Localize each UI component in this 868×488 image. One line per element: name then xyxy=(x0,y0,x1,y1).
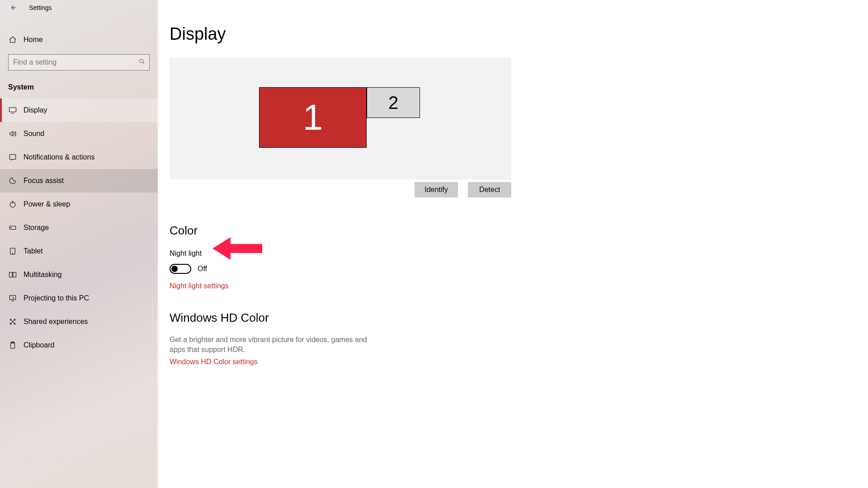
sidebar-item-label: Storage xyxy=(24,224,49,232)
sidebar-item-display[interactable]: Display xyxy=(0,99,158,122)
sound-icon xyxy=(8,129,17,138)
sidebar-item-storage[interactable]: Storage xyxy=(0,216,158,239)
sidebar-item-label: Sound xyxy=(24,130,44,138)
night-light-state: Off xyxy=(198,265,207,273)
sidebar: Settings Home System Display Sound Notif… xyxy=(0,0,158,488)
sidebar-item-clipboard[interactable]: Clipboard xyxy=(0,333,158,357)
search-box[interactable] xyxy=(8,54,150,70)
identify-button[interactable]: Identify xyxy=(415,182,458,197)
sidebar-item-shared-experiences[interactable]: Shared experiences xyxy=(0,310,158,333)
app-title: Settings xyxy=(29,4,52,11)
back-button[interactable] xyxy=(7,2,18,13)
svg-rect-2 xyxy=(9,155,16,160)
sidebar-item-label: Tablet xyxy=(24,247,43,255)
sidebar-section-system: System xyxy=(0,70,158,99)
monitor-arrangement-area[interactable]: 1 2 xyxy=(170,57,511,179)
main-content: Display 1 2 Identify Detect Color Night … xyxy=(158,0,868,488)
sidebar-item-label: Clipboard xyxy=(24,341,54,349)
sidebar-item-focus-assist[interactable]: Focus assist xyxy=(0,169,158,192)
night-light-label: Night light xyxy=(158,238,868,258)
projecting-icon xyxy=(8,294,17,303)
sidebar-item-label: Multitasking xyxy=(24,271,61,279)
hdr-settings-link[interactable]: Windows HD Color settings xyxy=(158,354,258,366)
svg-rect-8 xyxy=(9,272,13,277)
night-light-settings-link[interactable]: Night light settings xyxy=(158,274,229,290)
sidebar-item-power-sleep[interactable]: Power & sleep xyxy=(0,192,158,216)
section-heading-hdr: Windows HD Color xyxy=(158,290,868,325)
multitasking-icon xyxy=(8,270,17,279)
sidebar-item-label: Notifications & actions xyxy=(24,153,94,161)
detect-button[interactable]: Detect xyxy=(468,182,511,197)
night-light-toggle[interactable] xyxy=(170,264,191,274)
section-heading-color: Color xyxy=(158,197,868,238)
display-icon xyxy=(8,106,17,115)
sidebar-item-label: Focus assist xyxy=(24,177,64,185)
search-input[interactable] xyxy=(9,55,149,70)
sidebar-home-label: Home xyxy=(24,36,43,44)
svg-point-5 xyxy=(11,227,12,228)
svg-rect-9 xyxy=(13,272,16,277)
focus-assist-icon xyxy=(8,176,17,185)
storage-icon xyxy=(8,223,17,232)
svg-point-7 xyxy=(12,253,13,253)
svg-rect-1 xyxy=(9,108,16,112)
page-title: Display xyxy=(158,0,868,44)
notifications-icon xyxy=(8,153,17,162)
sidebar-item-label: Projecting to this PC xyxy=(24,294,89,302)
hdr-description: Get a brighter and more vibrant picture … xyxy=(158,325,393,354)
arrow-left-icon xyxy=(9,4,17,12)
sidebar-item-multitasking[interactable]: Multitasking xyxy=(0,263,158,286)
monitor-1[interactable]: 1 xyxy=(259,87,367,148)
clipboard-icon xyxy=(8,341,17,350)
shared-experiences-icon xyxy=(8,317,17,326)
sidebar-item-label: Display xyxy=(24,106,47,114)
sidebar-item-projecting[interactable]: Projecting to this PC xyxy=(0,286,158,310)
monitor-2[interactable]: 2 xyxy=(367,87,420,118)
power-icon xyxy=(8,200,17,209)
tablet-icon xyxy=(8,247,17,256)
home-icon xyxy=(8,35,17,44)
svg-rect-10 xyxy=(9,296,16,300)
sidebar-item-tablet[interactable]: Tablet xyxy=(0,239,158,263)
sidebar-home[interactable]: Home xyxy=(0,28,158,52)
sidebar-item-label: Shared experiences xyxy=(24,318,88,326)
search-icon xyxy=(138,58,146,67)
sidebar-item-sound[interactable]: Sound xyxy=(0,122,158,145)
svg-point-0 xyxy=(140,59,143,63)
sidebar-item-label: Power & sleep xyxy=(24,200,70,208)
sidebar-item-notifications[interactable]: Notifications & actions xyxy=(0,145,158,169)
